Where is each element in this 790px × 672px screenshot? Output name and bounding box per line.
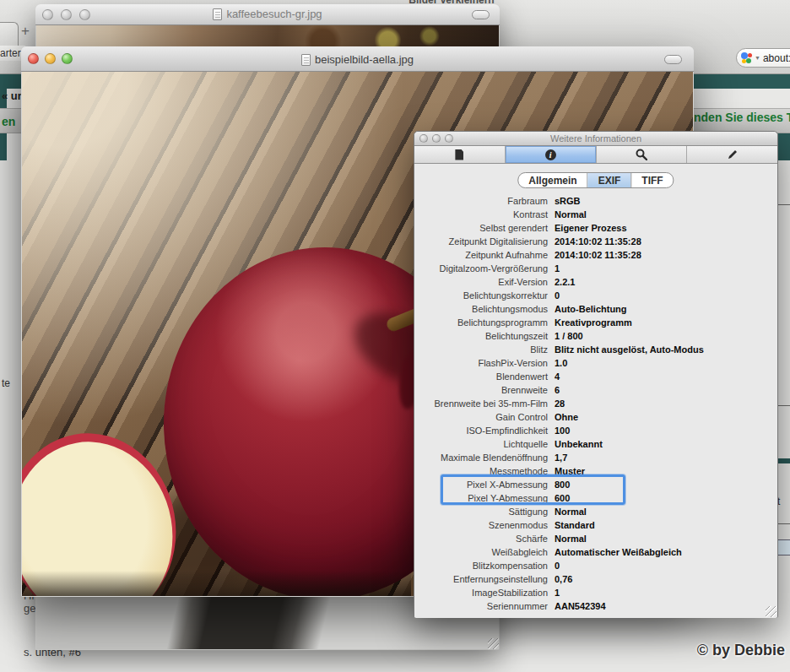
exif-row: Belichtungskorrektur0	[421, 289, 771, 302]
inspector-content: Allgemein EXIF TIFF FarbraumsRGBKontrast…	[414, 164, 777, 618]
resize-grip[interactable]	[766, 606, 776, 617]
exif-value: 1.0	[555, 356, 567, 370]
exif-label: Kontrast	[421, 208, 548, 221]
exif-label: Zeitpunkt Aufnahme	[421, 248, 548, 262]
exif-label: FlashPix-Version	[421, 356, 548, 370]
exif-row: Exif-Version2.2.1	[421, 275, 771, 289]
inspector-titlebar[interactable]: Weitere Informationen	[414, 132, 777, 146]
exif-label: Maximale Blendenöffnung	[421, 451, 548, 464]
toolbar-toggle-button[interactable]	[472, 10, 490, 19]
exif-row: Zeitpunkt Digitalisierung2014:10:02 11:3…	[421, 235, 771, 248]
tab-allgemein[interactable]: Allgemein	[518, 173, 587, 187]
url-value: about:blan	[763, 52, 790, 64]
exif-value: 0	[555, 289, 560, 302]
browser-tab[interactable]	[0, 22, 19, 47]
exif-row: BelichtungsprogrammKreativprogramm	[421, 316, 771, 329]
exif-row: FlashPix-Version1.0	[421, 356, 771, 370]
exif-label: Blitz	[421, 343, 548, 356]
beispiel-window-title: beispielbild-aella.jpg	[315, 53, 414, 66]
exif-row: LichtquelleUnbekannt	[421, 437, 771, 451]
exif-row: Gain ControlOhne	[421, 410, 771, 424]
page-text-fragment: en	[2, 115, 15, 128]
tab-more-info[interactable]: i	[506, 146, 597, 163]
exif-value: Ohne	[555, 410, 578, 424]
exif-label: ImageStabilization	[421, 586, 548, 599]
page-divider-line	[777, 405, 790, 406]
new-tab-button[interactable]: +	[17, 22, 34, 41]
exif-row: WeißabgleichAutomatischer Weißabgleich	[421, 545, 771, 559]
toolbar-toggle-button[interactable]	[664, 55, 682, 64]
inspector-panel: Weitere Informationen i Allgemein EXIF T…	[414, 131, 778, 618]
tab-general-info[interactable]	[414, 146, 506, 163]
tab-tiff[interactable]: TIFF	[631, 173, 673, 187]
exif-row: ImageStabilization1	[421, 586, 771, 599]
exif-row: Blendenwert4	[421, 370, 771, 383]
exif-row: Digitalzoom-Vergrößerung1	[421, 262, 771, 275]
exif-value: Standard	[555, 518, 595, 532]
exif-label: Entfernungseinstellung	[421, 572, 548, 586]
exif-label: Schärfe	[421, 532, 548, 545]
exif-table: FarbraumsRGBKontrastNormalSelbst gerende…	[421, 194, 771, 613]
kaffee-titlebar[interactable]: kaffeebesuch-gr.jpg	[35, 4, 500, 25]
page-highlight-row	[777, 539, 790, 555]
exif-value: 1,7	[555, 451, 567, 464]
exif-label: ISO-Empfindlichkeit	[421, 424, 548, 437]
exif-label: Seriennummer	[421, 599, 548, 613]
exif-value: 6	[555, 383, 560, 397]
exif-value: 2014:10:02 11:35:28	[555, 235, 641, 248]
exif-row: Maximale Blendenöffnung1,7	[421, 451, 771, 464]
exif-value: 2014:10:02 11:35:28	[555, 248, 641, 262]
exif-value: 28	[555, 397, 565, 410]
exif-row: SeriennummerAAN542394	[421, 599, 771, 613]
exif-label: Digitalzoom-Vergrößerung	[421, 262, 548, 275]
exif-row: ISO-Empfindlichkeit100	[421, 424, 771, 437]
exif-value: Unbekannt	[555, 437, 603, 451]
exif-row: Brennweite bei 35-mm-Film28	[421, 397, 771, 410]
exif-row: KontrastNormal	[421, 208, 771, 221]
exif-value: Normal	[555, 505, 587, 518]
exif-label: Blendenwert	[421, 370, 548, 383]
exif-label: Belichtungskorrektur	[421, 289, 548, 302]
kaffee-window-title: kaffeebesuch-gr.jpg	[226, 8, 322, 20]
exif-row: SchärfeNormal	[421, 532, 771, 545]
exif-label: Gain Control	[421, 410, 548, 424]
tab-annotate[interactable]	[687, 146, 777, 163]
exif-value: Normal	[555, 532, 587, 545]
document-icon	[213, 8, 222, 20]
exif-label: Weißabgleich	[421, 545, 548, 559]
exif-label: Belichtungsmodus	[421, 302, 548, 316]
page-divider-line	[777, 523, 790, 524]
exif-value: Auto-Belichtung	[555, 302, 627, 316]
exif-value: 4	[555, 370, 560, 383]
exif-value: Eigener Prozess	[555, 221, 627, 235]
pencil-icon	[727, 149, 739, 160]
exif-label: Belichtungsprogramm	[421, 316, 548, 329]
exif-label: Brennweite	[421, 383, 548, 397]
page-green-heading-fragment: nden Sie dieses T	[694, 111, 790, 124]
exif-row: Zeitpunkt Aufnahme2014:10:02 11:35:28	[421, 248, 771, 262]
exif-label: Exif-Version	[421, 275, 548, 289]
tab-exif[interactable]: EXIF	[588, 173, 632, 187]
tab-keywords-search[interactable]	[597, 146, 688, 163]
exif-tab-group: Allgemein EXIF TIFF	[517, 172, 674, 188]
exif-label: Belichtungszeit	[421, 329, 548, 343]
page-text-fragment: ge	[24, 602, 35, 615]
exif-row: Blitzkompensation0	[421, 559, 771, 572]
page-divider-line	[777, 204, 790, 205]
exif-row: BlitzBlitz nicht ausgelöst, Auto-Modus	[421, 343, 771, 356]
exif-value: Blitz nicht ausgelöst, Auto-Modus	[555, 343, 704, 356]
exif-value: 0,76	[555, 572, 572, 586]
url-search-field[interactable]: ▼ about:blan	[736, 48, 790, 68]
exif-value: Kreativprogramm	[555, 316, 632, 329]
google-search-icon	[741, 52, 752, 63]
exif-value: Automatischer Weißabgleich	[555, 545, 682, 559]
beispiel-titlebar[interactable]: beispielbild-aella.jpg	[21, 46, 694, 72]
search-engine-dropdown-arrow[interactable]: ▼	[755, 55, 760, 61]
document-icon	[301, 54, 311, 66]
exif-value: sRGB	[555, 194, 581, 208]
exif-label: Brennweite bei 35-mm-Film	[421, 397, 548, 410]
exif-label: Sättigung	[421, 505, 548, 518]
exif-label: Farbraum	[421, 194, 548, 208]
document-icon	[455, 149, 463, 160]
exif-label: Lichtquelle	[421, 437, 548, 451]
